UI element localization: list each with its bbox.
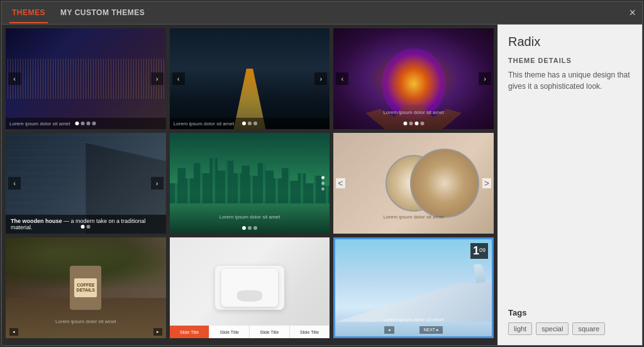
dot: [409, 122, 413, 125]
card-text-emb: Lorem ipsum dolor sit amet: [333, 214, 494, 220]
themes-grid-area[interactable]: ‹ › Lorem ipsum dolor sit amet ‹: [2, 25, 497, 345]
card-dots-teal: [242, 226, 257, 230]
dot: [81, 122, 85, 125]
tab-slide-2[interactable]: Slide Title: [209, 326, 250, 338]
card-badge-airplane: 109: [470, 243, 488, 259]
card-overlay-building: The wooden house — a modern take on a tr…: [6, 215, 166, 234]
theme-card-white-console[interactable]: Slide Title Slide Title Slide Title Slid…: [170, 237, 330, 338]
card-text-city-night: Lorem ipsum dolor sit amet: [9, 121, 70, 127]
dot: [242, 226, 246, 230]
themes-grid: ‹ › Lorem ipsum dolor sit amet ‹: [6, 28, 494, 338]
card-next-btn-airplane[interactable]: NEXT ▸: [419, 326, 443, 334]
card-text-bold-building: The wooden house: [11, 218, 62, 224]
side-panel: Radix THEME DETAILS This theme has a uni…: [497, 25, 642, 345]
tab-my-custom-themes[interactable]: MY CUSTOM THEMES: [58, 3, 147, 23]
card-right-arrow-emb[interactable]: >: [482, 178, 491, 188]
theme-picker-modal: THEMES MY CUSTOM THEMES × ‹ › Lorem ipsu…: [1, 1, 643, 346]
dot: [321, 182, 325, 185]
card-left-arrow-emb[interactable]: <: [336, 178, 345, 188]
tag-special[interactable]: special: [536, 322, 569, 335]
theme-title: Radix: [508, 35, 632, 49]
card-text-road-night: Lorem ipsum dolor sit amet: [174, 121, 234, 127]
card-dots-building: [81, 225, 91, 229]
card-prev-coffee[interactable]: ◂: [9, 328, 18, 336]
dot: [253, 226, 257, 230]
dot: [87, 122, 91, 125]
card-dots-fire-purple: [403, 122, 424, 125]
tab-themes[interactable]: THEMES: [9, 3, 48, 23]
card-prev-building[interactable]: ‹: [8, 177, 21, 190]
theme-card-teal-city[interactable]: Lorem ipsum dolor sit amet: [170, 133, 330, 234]
dot: [321, 176, 325, 179]
dot: [248, 122, 252, 125]
card-next-road-night[interactable]: ›: [314, 72, 327, 85]
dot: [242, 122, 246, 125]
card-text-coffee: Lorem ipsum dolor sit amet: [6, 319, 166, 324]
theme-card-coffee[interactable]: COFFEEDETAILS ◂ ▸ Lorem ipsum dolor sit …: [6, 237, 166, 338]
card-controls-airplane: ◂ NEXT ▸: [335, 326, 492, 334]
tags-section: Tags light special square: [508, 300, 632, 335]
card-tabbar-console: Slide Title Slide Title Slide Title Slid…: [170, 326, 330, 338]
card-text-teal: Lorem ipsum dolor sit amet: [170, 214, 330, 220]
modal-header: THEMES MY CUSTOM THEMES ×: [2, 2, 642, 25]
dot: [75, 122, 79, 125]
tags-list: light special square: [508, 322, 632, 335]
card-dots-city-night: [75, 122, 96, 125]
theme-card-road-night[interactable]: ‹ › Lorem ipsum dolor sit amet: [170, 28, 330, 129]
card-dots-vertical-teal: [321, 176, 325, 191]
card-prev-road-night[interactable]: ‹: [172, 72, 185, 85]
tab-slide-3[interactable]: Slide Title: [250, 326, 290, 338]
card-next-fire-purple[interactable]: ›: [479, 72, 491, 85]
theme-description: This theme has a unique design that give…: [508, 69, 632, 92]
theme-card-building[interactable]: ‹ › The wooden house — a modern take on …: [6, 133, 166, 234]
dot: [253, 122, 257, 125]
card-dots-road-night: [242, 122, 257, 125]
card-next-city-night[interactable]: ›: [151, 72, 164, 85]
theme-card-airplane[interactable]: 109 Lorem ipsum dolor sit amet ◂ NEXT ▸: [333, 237, 494, 338]
embroidery-decoration: [341, 143, 486, 224]
dot: [92, 122, 96, 125]
dot: [81, 225, 85, 229]
badge-number: 1: [473, 244, 479, 257]
card-prev-fire-purple[interactable]: ‹: [336, 72, 348, 85]
theme-card-city-night[interactable]: ‹ › Lorem ipsum dolor sit amet: [6, 28, 166, 129]
tag-square[interactable]: square: [572, 322, 605, 335]
tags-label: Tags: [508, 308, 632, 317]
tab-slide-1[interactable]: Slide Title: [170, 326, 210, 338]
card-next-building[interactable]: ›: [151, 177, 164, 190]
card-prev-city-night[interactable]: ‹: [8, 72, 21, 85]
card-next-coffee[interactable]: ▸: [153, 328, 162, 336]
dot: [403, 122, 407, 125]
close-button[interactable]: ×: [629, 7, 636, 18]
tag-light[interactable]: light: [508, 322, 532, 335]
theme-card-embroidery[interactable]: < > Lorem ipsum dolor sit amet: [333, 133, 494, 234]
dot: [414, 122, 418, 125]
theme-card-fire-purple[interactable]: ‹ › Lorem ipsum dolor sit amet: [333, 28, 494, 129]
dot: [87, 225, 91, 229]
coffee-bag: COFFEEDETAILS: [70, 266, 101, 310]
dot: [420, 122, 424, 125]
theme-details-label: THEME DETAILS: [508, 57, 632, 64]
dot: [248, 226, 252, 230]
badge-sup: 09: [479, 247, 486, 253]
modal-body: ‹ › Lorem ipsum dolor sit amet ‹: [2, 25, 642, 345]
card-text-fire-purple: Lorem ipsum dolor sit amet: [333, 110, 494, 115]
console-decoration: [215, 266, 284, 310]
card-prev-btn-airplane[interactable]: ◂: [384, 326, 394, 334]
card-text-airplane: Lorem ipsum dolor sit amet: [335, 317, 492, 322]
tab-slide-4[interactable]: Slide Title: [290, 326, 330, 338]
dot: [321, 188, 325, 191]
coffee-label: COFFEEDETAILS: [74, 278, 97, 297]
